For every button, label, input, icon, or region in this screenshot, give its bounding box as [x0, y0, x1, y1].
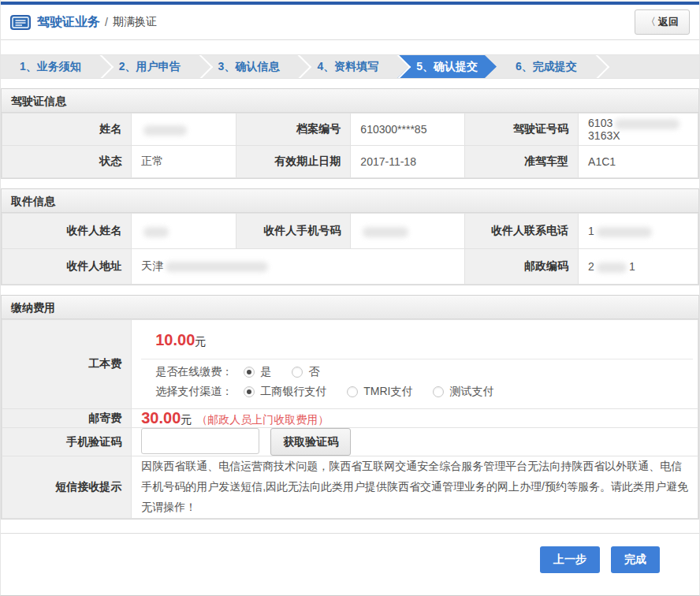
- radio-label: 工商银行支付: [260, 385, 326, 399]
- radio-label: TMRI支付: [363, 385, 412, 399]
- step-2-declaration[interactable]: 2、用户申告: [100, 55, 199, 78]
- radio-channel-tmri[interactable]: TMRI支付: [347, 385, 412, 399]
- pay-channel-row: 选择支付渠道： 工商银行支付 TMRI支付 测试支付: [141, 379, 693, 408]
- license-no-value: 61033163X: [579, 114, 698, 146]
- radio-icon: [347, 386, 358, 397]
- radio-label: 测试支付: [449, 385, 493, 399]
- step-wizard: 1、业务须知 2、用户申告 3、确认信息 4、资料填写 5、确认提交 6、完成提…: [1, 54, 699, 79]
- radio-label: 是: [260, 365, 271, 379]
- table-row: 状态 正常 有效期止日期 2017-11-18 准驾车型 A1C1: [2, 146, 698, 178]
- redacted-recipient-phone: [597, 227, 652, 237]
- cost-amount-row: 10.00元: [141, 320, 693, 359]
- postage-fee-cell: 30.00元（邮政人员上门收取费用）: [132, 409, 698, 428]
- cost-unit: 元: [195, 335, 206, 348]
- cost-fee-label: 工本费: [2, 320, 132, 409]
- redacted-address: [166, 262, 268, 272]
- breadcrumb-current: 期满换证: [113, 15, 157, 29]
- page-title: 驾驶证业务: [37, 14, 100, 31]
- step-5-confirm-submit[interactable]: 5、确认提交: [397, 55, 497, 78]
- file-no-value: 610300****85: [351, 114, 465, 146]
- online-pay-row: 是否在线缴费： 是 否: [141, 359, 693, 379]
- pickup-section-title: 取件信息: [2, 189, 698, 213]
- redacted-postcode: [597, 263, 627, 273]
- radio-channel-test[interactable]: 测试支付: [433, 385, 493, 399]
- pickup-info-section: 取件信息 收件人姓名 收件人手机号码 收件人联系电话 1 收件人地址 天津 邮政…: [1, 188, 699, 285]
- radio-icon: [433, 386, 444, 397]
- previous-step-button[interactable]: 上一步: [540, 546, 600, 573]
- radio-online-pay-no[interactable]: 否: [292, 365, 319, 379]
- pickup-info-table: 收件人姓名 收件人手机号码 收件人联系电话 1 收件人地址 天津 邮政编码 21: [2, 213, 698, 285]
- back-button-label: 返回: [658, 16, 679, 28]
- sms-code-input[interactable]: [141, 428, 259, 454]
- license-list-icon: [10, 15, 31, 30]
- license-info-table: 姓名 档案编号 610300****85 驾驶证号码 61033163X 状态 …: [2, 113, 698, 178]
- sms-tip-label: 短信接收提示: [2, 456, 132, 519]
- table-row: 手机验证码 获取验证码: [2, 428, 698, 456]
- postage-note: （邮政人员上门收取费用）: [196, 413, 329, 426]
- radio-label: 否: [308, 365, 319, 379]
- vehicle-class-value: A1C1: [579, 146, 698, 178]
- sms-code-label: 手机验证码: [2, 428, 132, 456]
- recipient-mobile-label: 收件人手机号码: [236, 214, 351, 249]
- recipient-phone-value: 1: [579, 214, 698, 249]
- step-6-complete[interactable]: 6、完成提交: [497, 55, 596, 78]
- recipient-phone-label: 收件人联系电话: [465, 214, 579, 249]
- radio-icon: [292, 367, 303, 378]
- step-1-notice[interactable]: 1、业务须知: [1, 55, 100, 78]
- cost-amount: 10.00: [155, 331, 195, 348]
- postcode-value: 21: [579, 249, 698, 285]
- fees-table: 工本费 10.00元 是否在线缴费： 是 否 选: [2, 319, 698, 519]
- name-value: [132, 114, 236, 146]
- recipient-mobile-value: [351, 214, 465, 249]
- finish-button[interactable]: 完成: [611, 546, 660, 573]
- table-row: 收件人地址 天津 邮政编码 21: [2, 249, 698, 285]
- postage-fee-label: 邮寄费: [2, 409, 132, 428]
- sms-code-cell: 获取验证码: [132, 428, 698, 456]
- postage-unit: 元: [181, 413, 192, 426]
- table-row: 工本费 10.00元 是否在线缴费： 是 否 选: [2, 320, 698, 409]
- redacted-license-no: [615, 119, 680, 129]
- vehicle-class-label: 准驾车型: [465, 146, 579, 178]
- license-no-label: 驾驶证号码: [465, 114, 579, 146]
- table-row: 收件人姓名 收件人手机号码 收件人联系电话 1: [2, 214, 698, 249]
- back-arrow-icon: 〈: [646, 16, 656, 28]
- fees-section: 缴纳费用 工本费 10.00元 是否在线缴费： 是 否: [1, 295, 699, 520]
- redacted-recipient-name: [143, 227, 169, 237]
- name-label: 姓名: [2, 114, 132, 146]
- table-row: 短信接收提示 因陕西省联通、电信运营商技术问题，陕西省互联网交通安全综合服务管理…: [2, 456, 698, 519]
- fees-section-title: 缴纳费用: [2, 296, 698, 319]
- radio-channel-icbc[interactable]: 工商银行支付: [244, 385, 326, 399]
- recipient-name-label: 收件人姓名: [2, 214, 132, 249]
- recipient-address-label: 收件人地址: [2, 249, 132, 285]
- postage-amount: 30.00: [141, 409, 181, 427]
- redacted-name: [143, 125, 187, 136]
- footer-actions: 上一步 完成: [1, 534, 699, 573]
- file-no-label: 档案编号: [236, 114, 351, 146]
- recipient-name-value: [132, 214, 236, 249]
- status-value: 正常: [132, 146, 236, 178]
- license-section-title: 驾驶证信息: [2, 89, 698, 113]
- step-3-confirm-info[interactable]: 3、确认信息: [199, 55, 299, 78]
- sms-tip-text: 因陕西省联通、电信运营商技术问题，陕西省互联网交通安全综合服务管理平台无法向持陕…: [132, 456, 698, 519]
- expiry-value: 2017-11-18: [351, 146, 465, 178]
- pay-channel-label: 选择支付渠道：: [155, 385, 233, 399]
- table-row: 姓名 档案编号 610300****85 驾驶证号码 61033163X: [2, 114, 698, 146]
- table-row: 邮寄费 30.00元（邮政人员上门收取费用）: [2, 409, 698, 428]
- license-info-section: 驾驶证信息 姓名 档案编号 610300****85 驾驶证号码 6103316…: [1, 88, 699, 179]
- postcode-label: 邮政编码: [465, 249, 579, 285]
- page-header: 驾驶证业务 / 期满换证 〈返回: [1, 5, 699, 40]
- step-4-fill-data[interactable]: 4、资料填写: [298, 55, 397, 78]
- step-bar-filler: [596, 55, 699, 78]
- online-pay-label: 是否在线缴费：: [155, 365, 233, 379]
- breadcrumb-separator: /: [105, 16, 108, 28]
- cost-fee-cell: 10.00元 是否在线缴费： 是 否 选择支付渠道：: [132, 320, 698, 409]
- radio-icon: [244, 386, 255, 397]
- redacted-recipient-mobile: [363, 227, 408, 237]
- status-label: 状态: [2, 146, 132, 178]
- recipient-address-value: 天津: [132, 249, 465, 285]
- get-sms-code-button[interactable]: 获取验证码: [270, 428, 351, 456]
- back-button[interactable]: 〈返回: [635, 9, 690, 35]
- radio-online-pay-yes[interactable]: 是: [244, 365, 271, 379]
- expiry-label: 有效期止日期: [236, 146, 351, 178]
- radio-icon: [244, 367, 255, 378]
